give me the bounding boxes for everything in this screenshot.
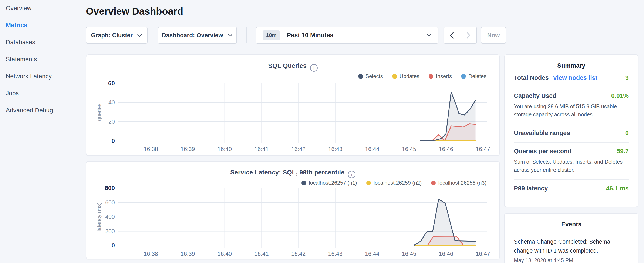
chart-title: Service Latency: SQL, 99th percentilei <box>86 169 500 178</box>
legend-item: localhost:26257 (n1) <box>302 180 357 186</box>
sql-queries-title: SQL Queries <box>268 62 306 69</box>
chevron-down-icon <box>426 34 432 37</box>
svg-text:16:44: 16:44 <box>365 251 380 256</box>
info-icon[interactable]: i <box>348 171 356 178</box>
service-latency-legend: localhost:26257 (n1)localhost:26259 (n2)… <box>302 180 486 186</box>
svg-text:16:45: 16:45 <box>402 251 416 256</box>
summary-row-label: Total Nodes <box>514 74 549 81</box>
next-time-button[interactable] <box>460 27 477 43</box>
controls-divider <box>246 28 247 43</box>
chart-title: SQL Queriesi <box>86 62 500 72</box>
sql-queries-plot[interactable]: 16:3816:3916:4016:4116:4216:4316:4416:45… <box>99 81 492 152</box>
controls-row: Graph: Cluster Dashboard: Overview 10m P… <box>86 27 506 44</box>
dashboard-dropdown-label: Dashboard: Overview <box>162 32 223 39</box>
event-timestamp: May 13, 2020 at 4:45 PM <box>514 257 629 263</box>
dashboard-dropdown[interactable]: Dashboard: Overview <box>158 27 237 44</box>
legend-label: localhost:26258 (n3) <box>438 180 486 186</box>
summary-row-label: Queries per second <box>514 148 572 155</box>
svg-text:20: 20 <box>108 119 115 125</box>
events-panel: Events Schema Change Completed: Schema c… <box>504 213 638 263</box>
svg-text:40: 40 <box>108 99 115 106</box>
legend-item: Inserts <box>428 73 452 79</box>
svg-text:16:39: 16:39 <box>180 251 195 256</box>
graph-dropdown-label: Graph: Cluster <box>91 32 133 39</box>
legend-label: Updates <box>400 73 419 79</box>
summary-title: Summary <box>504 62 638 69</box>
legend-dot-icon <box>366 181 371 185</box>
legend-label: Inserts <box>436 73 452 79</box>
summary-row: Capacity Used0.01%You are using 28.6 MiB… <box>514 87 629 124</box>
svg-text:16:38: 16:38 <box>144 146 158 152</box>
sidebar-item-databases[interactable]: Databases <box>6 39 86 45</box>
view-nodes-list-link[interactable]: View nodes list <box>553 74 598 81</box>
svg-text:600: 600 <box>105 199 115 206</box>
service-latency-chart-card: Service Latency: SQL, 99th percentilei l… <box>86 161 500 259</box>
svg-text:16:40: 16:40 <box>218 146 232 152</box>
summary-row-value: 59.7 <box>617 148 629 155</box>
svg-text:16:47: 16:47 <box>476 251 490 256</box>
svg-text:16:43: 16:43 <box>328 251 342 256</box>
sidebar-item-statements[interactable]: Statements <box>6 56 86 62</box>
chart-svg[interactable]: 16:3816:3916:4016:4116:4216:4316:4416:45… <box>99 81 492 152</box>
legend-item: Deletes <box>461 73 486 79</box>
sidebar-item-advanced-debug[interactable]: Advanced Debug <box>6 107 86 113</box>
svg-text:200: 200 <box>105 228 115 234</box>
service-latency-plot[interactable]: 16:3816:3916:4016:4116:4216:4316:4416:45… <box>99 186 492 256</box>
summary-row: P99 latency46.1 ms <box>514 180 629 197</box>
summary-row-label: P99 latency <box>514 185 548 192</box>
legend-item: Selects <box>358 73 383 79</box>
svg-text:16:39: 16:39 <box>180 146 195 152</box>
svg-text:800: 800 <box>105 186 115 191</box>
svg-text:16:46: 16:46 <box>439 146 453 152</box>
time-range-dropdown[interactable]: 10m Past 10 Minutes <box>256 27 438 44</box>
sidebar-item-metrics[interactable]: Metrics <box>6 22 86 28</box>
now-button[interactable]: Now <box>481 27 506 44</box>
time-step-buttons <box>444 27 477 44</box>
summary-row-subtext: Sum of Selects, Updates, Inserts, and De… <box>514 158 629 174</box>
sidebar-item-jobs[interactable]: Jobs <box>6 90 86 96</box>
legend-label: localhost:26259 (n2) <box>374 180 422 186</box>
svg-text:16:41: 16:41 <box>254 251 269 256</box>
svg-text:16:43: 16:43 <box>328 146 342 152</box>
chart-svg[interactable]: 16:3816:3916:4016:4116:4216:4316:4416:45… <box>99 186 492 256</box>
time-range-badge: 10m <box>262 31 280 40</box>
legend-dot-icon <box>302 181 306 185</box>
sidebar-item-overview[interactable]: Overview <box>6 5 86 11</box>
svg-text:60: 60 <box>108 81 115 87</box>
service-latency-title: Service Latency: SQL, 99th percentile <box>230 169 344 176</box>
svg-text:16:38: 16:38 <box>144 251 158 256</box>
legend-dot-icon <box>431 181 436 185</box>
summary-row-value: 0 <box>625 130 629 137</box>
legend-item: localhost:26258 (n3) <box>431 180 486 186</box>
svg-text:400: 400 <box>105 214 115 220</box>
summary-row-subtext: You are using 28.6 MiB of 515.9 GiB usab… <box>514 102 629 119</box>
svg-text:16:46: 16:46 <box>439 251 453 256</box>
summary-row: Total NodesView nodes list3 <box>514 74 629 87</box>
legend-dot-icon <box>358 74 363 79</box>
svg-text:16:41: 16:41 <box>254 146 269 152</box>
sidebar-nav: OverviewMetricsDatabasesStatementsNetwor… <box>0 0 86 263</box>
page-title: Overview Dashboard <box>86 6 183 17</box>
svg-text:16:45: 16:45 <box>402 146 416 152</box>
sidebar-item-network-latency[interactable]: Network Latency <box>6 73 86 79</box>
legend-dot-icon <box>428 74 433 79</box>
svg-text:16:42: 16:42 <box>291 146 306 152</box>
summary-row: Unavailable ranges0 <box>514 124 629 143</box>
summary-row-value: 3 <box>625 74 629 81</box>
event-text: Schema Change Completed: Schema change w… <box>514 237 629 255</box>
previous-time-button[interactable] <box>444 27 460 43</box>
legend-label: Deletes <box>468 73 486 79</box>
info-icon[interactable]: i <box>310 64 318 72</box>
chevron-right-icon <box>466 32 471 39</box>
chevron-down-icon <box>227 34 233 37</box>
now-button-label: Now <box>487 32 500 39</box>
chevron-left-icon <box>450 32 454 39</box>
svg-text:0: 0 <box>112 242 115 249</box>
events-title: Events <box>504 221 638 228</box>
graph-dropdown[interactable]: Graph: Cluster <box>86 27 148 44</box>
legend-dot-icon <box>392 74 397 79</box>
summary-row-value: 46.1 ms <box>606 185 629 192</box>
svg-text:16:44: 16:44 <box>365 146 380 152</box>
sql-queries-legend: SelectsUpdatesInsertsDeletes <box>358 73 486 79</box>
summary-row-label: Capacity Used <box>514 92 556 99</box>
